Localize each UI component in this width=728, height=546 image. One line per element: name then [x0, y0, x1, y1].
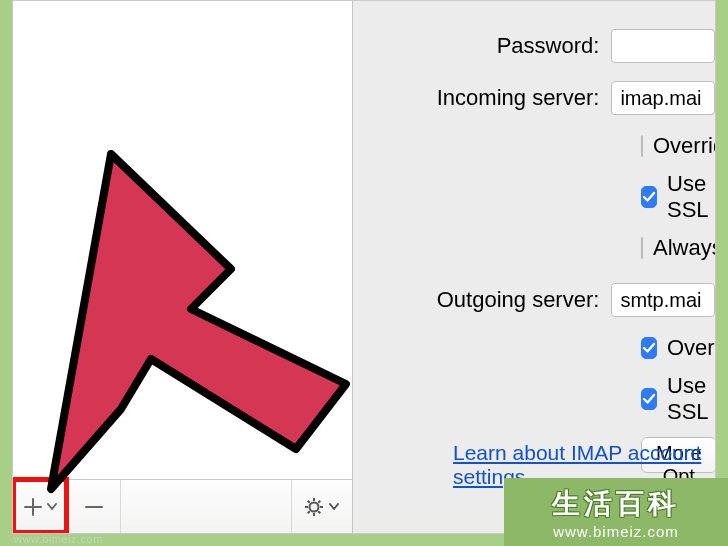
svg-line-7 [308, 511, 310, 513]
always-label: Always [653, 235, 716, 261]
gear-icon [302, 494, 342, 520]
watermark-url: www.bimeiz.com [553, 523, 679, 540]
outgoing-label: Outgoing server: [363, 287, 611, 313]
settings-menu-button[interactable] [292, 480, 352, 534]
checkbox-checked-icon [641, 337, 657, 359]
watermark-left: www.bimeiz.com [14, 533, 103, 545]
checkbox-unchecked-icon [641, 135, 643, 157]
override-outgoing-row[interactable]: Override [641, 335, 715, 361]
toolbar-spacer [121, 480, 292, 533]
password-label: Password: [363, 33, 611, 59]
incoming-label: Incoming server: [363, 85, 611, 111]
password-field[interactable] [611, 29, 715, 63]
use-ssl-outgoing-label: Use SSL [667, 373, 715, 425]
outgoing-row: Outgoing server: [363, 283, 715, 317]
minus-icon [82, 495, 106, 519]
checkbox-checked-icon [641, 388, 657, 410]
override-incoming-label: Override [653, 133, 716, 159]
watermark-cn: 生活百科 [552, 485, 680, 523]
outgoing-server-field[interactable] [611, 283, 715, 317]
password-row: Password: [363, 29, 715, 63]
override-incoming-row[interactable]: Override [641, 133, 715, 159]
remove-account-button[interactable] [67, 480, 121, 534]
incoming-row: Incoming server: [363, 81, 715, 115]
use-ssl-outgoing-row[interactable]: Use SSL [641, 373, 715, 425]
plus-icon [21, 493, 59, 521]
sidebar-toolbar [13, 479, 353, 533]
use-ssl-incoming-row[interactable]: Use SSL [641, 171, 715, 223]
always-row[interactable]: Always [641, 235, 715, 261]
svg-point-0 [310, 503, 319, 512]
checkbox-unchecked-icon [641, 237, 643, 259]
frame: Password: Incoming server: Override Use … [0, 0, 728, 546]
window: Password: Incoming server: Override Use … [12, 0, 716, 534]
svg-line-6 [318, 511, 320, 513]
checkbox-checked-icon [641, 186, 657, 208]
svg-line-5 [308, 501, 310, 503]
incoming-server-field[interactable] [611, 81, 715, 115]
override-outgoing-label: Override [667, 335, 716, 361]
watermark-badge: 生活百科 www.bimeiz.com [504, 478, 728, 546]
accounts-sidebar [13, 1, 353, 481]
add-account-button[interactable] [13, 480, 67, 534]
use-ssl-incoming-label: Use SSL [667, 171, 715, 223]
svg-line-8 [318, 501, 320, 503]
